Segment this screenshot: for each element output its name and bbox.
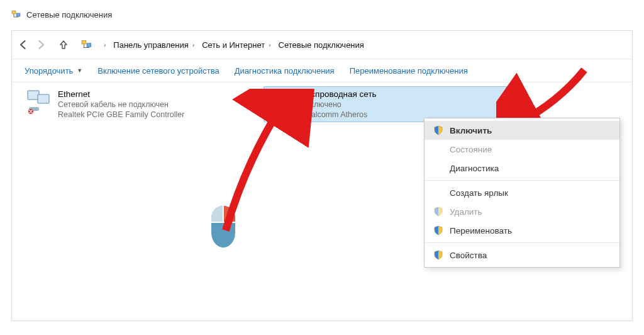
svg-rect-4 [28,91,39,99]
svg-rect-0 [12,11,16,14]
svg-rect-5 [38,94,49,103]
context-menu-shortcut[interactable]: Создать ярлык [425,183,619,202]
svg-rect-12 [279,106,281,113]
adapter-wireless[interactable]: Беспроводная сеть Отключено Qualcomm Ath… [264,86,508,122]
chevron-right-icon: › [269,42,270,48]
enable-device-button[interactable]: Включение сетевого устройства [91,62,225,79]
back-button[interactable] [14,36,32,54]
chevron-down-icon: ▼ [77,67,82,74]
menu-item-label: Создать ярлык [450,188,508,198]
network-connections-icon [11,9,21,20]
breadcrumb-label: Сетевые подключения [279,40,364,50]
address-bar: › Панель управления › Сеть и Интернет › … [12,31,632,59]
rename-connection-button[interactable]: Переименование подключения [343,62,468,79]
menu-separator [425,180,619,181]
forward-button[interactable] [32,36,50,54]
shield-icon [433,250,443,260]
menu-item-label: Включить [450,126,492,135]
chevron-right-icon: › [192,42,194,48]
adapter-name: Ethernet [58,89,184,99]
context-menu-enable[interactable]: Включить [425,121,619,140]
breadcrumb-label: Сеть и Интернет [202,40,265,50]
adapter-device: Realtek PCIe GBE Family Controller [58,110,184,119]
window-title: Сетевые подключения [26,10,112,20]
context-menu: Включить Состояние Диагностика Создать я… [424,118,620,268]
adapter-ethernet[interactable]: Ethernet Сетевой кабель не подключен Rea… [21,86,265,122]
context-menu-delete: Удалить [425,202,619,221]
context-menu-diag[interactable]: Диагностика [425,159,619,178]
adapter-status: Сетевой кабель не подключен [58,100,184,109]
breadcrumb-label: Панель управления [113,40,188,50]
up-button[interactable] [55,36,72,54]
explorer-panel: › Панель управления › Сеть и Интернет › … [11,30,633,321]
breadcrumb-drop[interactable]: › [96,36,109,54]
wireless-icon [269,89,294,115]
adapter-name: Беспроводная сеть [301,89,377,99]
svg-rect-9 [280,94,292,103]
svg-rect-10 [274,110,276,113]
adapter-body: Беспроводная сеть Отключено Qualcomm Ath… [301,89,377,119]
breadcrumb-control-panel[interactable]: Панель управления › [109,36,198,54]
context-menu-props[interactable]: Свойства [425,246,619,264]
adapter-body: Ethernet Сетевой кабель не подключен Rea… [58,89,184,119]
svg-rect-1 [16,13,20,16]
svg-rect-2 [82,40,86,44]
button-label: Диагностика подключения [235,66,335,76]
button-label: Упорядочить [25,66,73,76]
context-menu-rename[interactable]: Переименовать [425,221,619,240]
adapter-status: Отключено [301,100,377,109]
titlebar: Сетевые подключения [11,6,633,23]
menu-item-label: Переименовать [450,226,512,236]
shield-icon [433,207,443,217]
menu-item-label: Состояние [450,145,492,154]
svg-rect-11 [277,108,279,113]
shield-icon [433,225,443,236]
svg-rect-8 [270,91,282,99]
mouse-right-click-icon [209,205,238,251]
menu-item-label: Свойства [450,251,487,260]
button-label: Переименование подключения [350,66,468,76]
breadcrumb-connections[interactable]: Сетевые подключения [275,36,368,54]
adapter-device: Qualcomm Atheros [301,110,377,119]
svg-rect-3 [87,43,91,47]
menu-separator [425,242,619,243]
svg-rect-13 [282,104,284,113]
location-icon [81,39,92,50]
command-bar: Упорядочить ▼ Включение сетевого устройс… [12,59,632,82]
organize-button[interactable]: Упорядочить ▼ [18,62,89,79]
menu-item-label: Диагностика [450,164,499,173]
connections-list: Ethernet Сетевой кабель не подключен Rea… [12,82,632,321]
menu-item-label: Удалить [450,207,482,217]
ethernet-icon [26,89,52,115]
context-menu-state: Состояние [425,140,619,159]
button-label: Включение сетевого устройства [97,66,219,76]
diagnose-button[interactable]: Диагностика подключения [228,62,341,79]
shield-icon [433,125,443,135]
window: Сетевые подключения › [0,0,644,335]
breadcrumb-network[interactable]: Сеть и Интернет › [198,36,274,54]
